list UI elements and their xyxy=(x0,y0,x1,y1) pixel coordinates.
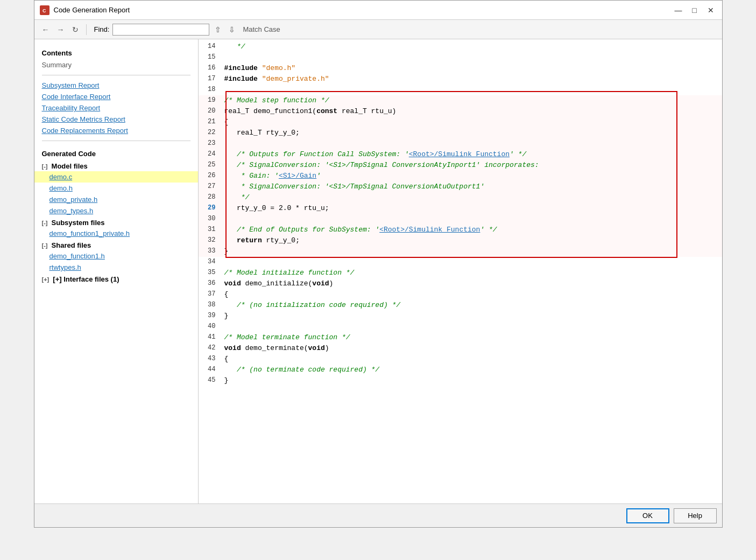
window-title: Code Generation Report xyxy=(54,6,130,14)
shared-files-collapse[interactable]: [-] Shared files xyxy=(34,239,198,250)
find-input[interactable] xyxy=(112,24,209,36)
table-row: 33 } xyxy=(199,246,722,257)
toolbar: ← → ↻ Find: ⇧ ⇩ Match Case xyxy=(34,20,722,39)
code-scroll[interactable]: 14 */ 15 16 #include "demo.h" 17 xyxy=(199,39,722,503)
title-bar-left: C Code Generation Report xyxy=(40,5,130,15)
interface-files-label: [+] Interface files (1) xyxy=(53,275,119,283)
interface-files-collapse[interactable]: [+] [+] Interface files (1) xyxy=(34,273,198,284)
static-code-metrics-link[interactable]: Static Code Metrics Report xyxy=(34,114,198,125)
window-controls: — □ ✕ xyxy=(673,4,717,16)
svg-text:C: C xyxy=(43,8,46,13)
close-button[interactable]: ✕ xyxy=(705,4,717,16)
generated-code-title: Generated Code xyxy=(34,145,198,160)
model-files-collapse[interactable]: [-] Model files xyxy=(34,160,198,171)
collapse-icon-shared: [-] xyxy=(42,242,50,249)
refresh-button[interactable]: ↻ xyxy=(70,24,81,35)
find-label: Find: xyxy=(94,25,110,33)
main-window: C Code Generation Report — □ ✕ ← → ↻ Fin… xyxy=(34,0,723,528)
demo-h-link[interactable]: demo.h xyxy=(34,183,198,194)
shared-files-label: Shared files xyxy=(52,241,91,249)
table-row: 24 /* Outputs for Function Call SubSyste… xyxy=(199,149,722,160)
rtwtypes-h-link[interactable]: rtwtypes.h xyxy=(34,262,198,273)
table-row: 26 * Gain: '<S1>/Gain' xyxy=(199,171,722,181)
table-row: 34 xyxy=(199,257,722,268)
table-row: 42 void demo_terminate(void) xyxy=(199,343,722,354)
table-row: 16 #include "demo.h" xyxy=(199,63,722,74)
table-row: 21 { xyxy=(199,117,722,128)
sidebar-divider-2 xyxy=(42,141,190,141)
collapse-icon-model: [-] xyxy=(42,163,50,170)
subsystem-files-collapse[interactable]: [-] Subsystem files xyxy=(34,216,198,228)
code-panel: 14 */ 15 16 #include "demo.h" 17 xyxy=(199,39,722,503)
table-row: 18 xyxy=(199,85,722,95)
code-replacements-link[interactable]: Code Replacements Report xyxy=(34,125,198,136)
ok-button[interactable]: OK xyxy=(626,508,669,523)
model-files-label: Model files xyxy=(52,162,88,170)
find-next-button[interactable]: ⇩ xyxy=(227,24,237,35)
table-row: 14 */ xyxy=(199,41,722,52)
subsystem-report-link[interactable]: Subsystem Report xyxy=(34,80,198,91)
table-row: 41 /* Model terminate function */ xyxy=(199,332,722,343)
table-row: 39 } xyxy=(199,311,722,321)
demo-types-h-link[interactable]: demo_types.h xyxy=(34,205,198,216)
contents-title: Contents xyxy=(34,45,198,59)
minimize-button[interactable]: — xyxy=(673,4,684,16)
code-interface-report-link[interactable]: Code Interface Report xyxy=(34,91,198,102)
collapse-icon-interface: [+] xyxy=(42,276,51,283)
table-row: 25 /* SignalConversion: '<S1>/TmpSignal … xyxy=(199,160,722,171)
demo-c-link[interactable]: demo.c xyxy=(34,171,198,183)
demo-function1-private-link[interactable]: demo_function1_private.h xyxy=(34,228,198,239)
table-row: 15 xyxy=(199,52,722,63)
summary-link[interactable]: Summary xyxy=(34,59,198,71)
table-row: 31 /* End of Outputs for SubSystem: '<Ro… xyxy=(199,225,722,235)
main-area: Contents Summary Subsystem Report Code I… xyxy=(34,39,722,503)
sidebar-divider-1 xyxy=(42,75,190,75)
table-row: 44 /* (no terminate code required) */ xyxy=(199,365,722,375)
table-row: 27 * SignalConversion: '<S1>/TmpSignal C… xyxy=(199,181,722,192)
table-row: 17 #include "demo_private.h" xyxy=(199,74,722,85)
subsystem-files-label: Subsystem files xyxy=(52,219,105,227)
find-prev-button[interactable]: ⇧ xyxy=(213,24,223,35)
table-row: 19 /* Model step function */ xyxy=(199,95,722,106)
toolbar-separator xyxy=(86,24,87,35)
table-row: 45 } xyxy=(199,375,722,386)
collapse-icon-subsystem: [-] xyxy=(42,220,50,226)
traceability-report-link[interactable]: Traceability Report xyxy=(34,102,198,114)
table-row: 37 { xyxy=(199,289,722,300)
table-row: 22 real_T rty_y_0; xyxy=(199,128,722,138)
demo-private-h-link[interactable]: demo_private.h xyxy=(34,194,198,205)
table-row: 20 real_T demo_function1(const real_T rt… xyxy=(199,106,722,117)
help-button[interactable]: Help xyxy=(674,508,717,523)
table-row: 29 rty_y_0 = 2.0 * rtu_u; xyxy=(199,203,722,214)
window-icon: C xyxy=(40,5,50,15)
table-row: 30 xyxy=(199,214,722,225)
title-bar: C Code Generation Report — □ ✕ xyxy=(34,1,722,20)
table-row: 36 void demo_initialize(void) xyxy=(199,278,722,289)
table-row: 35 /* Model initialize function */ xyxy=(199,268,722,278)
maximize-button[interactable]: □ xyxy=(689,4,701,16)
table-row: 43 { xyxy=(199,354,722,365)
table-row: 32 return rty_y_0; xyxy=(199,235,722,246)
table-row: 28 */ xyxy=(199,192,722,203)
table-row: 40 xyxy=(199,321,722,332)
back-button[interactable]: ← xyxy=(40,24,52,35)
demo-function1-h-link[interactable]: demo_function1.h xyxy=(34,250,198,262)
match-case-label: Match Case xyxy=(243,25,280,33)
table-row: 23 xyxy=(199,138,722,149)
code-table: 14 */ 15 16 #include "demo.h" 17 xyxy=(199,41,722,386)
bottom-bar: OK Help xyxy=(34,503,722,527)
sidebar: Contents Summary Subsystem Report Code I… xyxy=(34,39,199,503)
forward-button[interactable]: → xyxy=(55,24,67,35)
table-row: 38 /* (no initialization code required) … xyxy=(199,300,722,311)
